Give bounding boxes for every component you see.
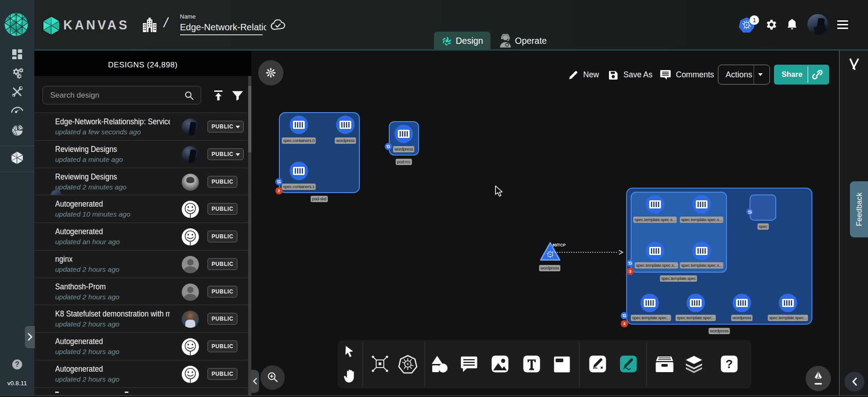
svg-text:?: ? <box>726 357 733 371</box>
